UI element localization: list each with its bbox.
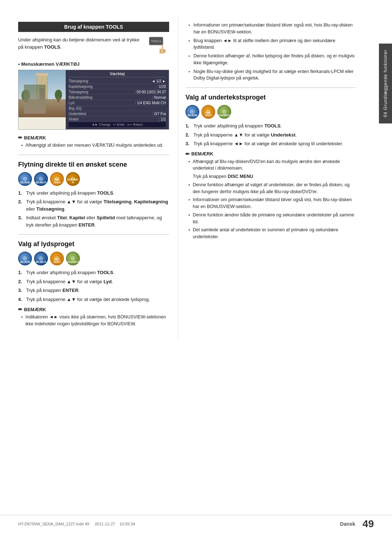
note-undertekst-item-5: Det samlede antal af undertekster er sum…	[188, 227, 356, 240]
tools-intro: Under afspilning kan du betjene diskmenu…	[18, 36, 169, 56]
note-undertekst-item-2: Denne funktion afhænger af valget af und…	[188, 182, 356, 195]
menu-label: • Menuskærmen VÆRKTØJ	[18, 61, 169, 67]
svg-point-13	[40, 86, 45, 90]
tools-title: Brug af knappen TOOLS	[64, 24, 123, 30]
disc-icon-bd-rom: BD-ROM	[18, 172, 32, 186]
footer-date: 2011-12-27	[95, 522, 115, 526]
note-lyd-item: Indikatoren ◄► vises ikke på skærmen, hv…	[21, 314, 169, 328]
undertekst-step-2: 2. Tryk på knapperne ▲▼ for at vælge Und…	[185, 131, 356, 139]
menu-row-undertekst: Undertekst : 0/7 Fra	[69, 111, 166, 117]
footer-file-text: HT-D6750W_SENA_DAN_1227.indd 49	[18, 522, 89, 526]
menu-nav-bar: ◄► Change ↵ Enter ⟵ Return	[69, 122, 166, 127]
tools-title-box: Brug af knappen TOOLS	[18, 22, 169, 32]
right-bullet-2: Brug knappen ◄► til at skifte mellem den…	[188, 37, 356, 51]
note-tools: ✏ BEMÆRK Afhængigt af disken ser menuen …	[18, 135, 169, 149]
lyd-disc-icon-bd-re-r: BD-RE/-R	[34, 252, 48, 265]
undertekst-step-1: 1. Tryk under afspilning på knappen TOOL…	[185, 122, 356, 130]
chapter-tab: 04 Grundlæggende funktioner	[379, 44, 392, 123]
note-undertekst-list-2: Denne funktion afhænger af valget af und…	[185, 182, 356, 240]
lyd-disc-icon-bd-rom: BD-ROM	[18, 252, 32, 265]
menu-panel: Værktøj Titelsøgning ◄ 1/2 ► Kapitelsøgn…	[66, 70, 169, 129]
note-undertekst-title-text: BEMÆRK	[191, 151, 213, 156]
note-undertekst-title: ✏ BEMÆRK	[185, 151, 356, 157]
page-footer: HT-D6750W_SENA_DAN_1227.indd 49 2011-12-…	[0, 515, 392, 530]
note-lyd: ✏ BEMÆRK Indikatoren ◄► vises ikke på sk…	[18, 306, 169, 328]
right-bullet-4: Nogle Blu-ray-diske giver dig mulighed f…	[188, 68, 356, 82]
note-undertekst-list: Afhængigt af Blu-ray-disken/DVD'en kan d…	[185, 158, 356, 172]
menu-screenshot: Værktøj Titelsøgning ◄ 1/2 ► Kapitelsøgn…	[18, 70, 169, 130]
divider-2	[18, 234, 169, 235]
tools-button-image: TOOLS	[147, 36, 169, 56]
tools-intro-text: Under afspilning kan du betjene diskmenu…	[18, 36, 144, 50]
note-undertekst: ✏ BEMÆRK Afhængigt af Blu-ray-disken/DVD…	[185, 151, 356, 240]
lyd-step-4: 4. Tryk på knapperne ▲▼ for at vælge det…	[18, 296, 169, 303]
lyd-step-3: 3. Tryk på knappen ENTER.	[18, 287, 169, 294]
lyd-steps: 1. Tryk under afspilning på knappen TOOL…	[18, 269, 169, 303]
lyd-disc-icon-divx: DivX/MKV/MP4	[66, 252, 80, 265]
footer-file: HT-D6750W_SENA_DAN_1227.indd 49 2011-12-…	[18, 522, 135, 526]
disc-icon-dvd-rw: DVD+RW/-R	[66, 172, 80, 186]
note-tools-list: Afhængigt af disken ser menuen VÆRKTØJ m…	[18, 142, 169, 149]
disc-icon-bd-re-r: BD-RE/-R	[34, 172, 48, 186]
divider-right-1	[185, 88, 356, 88]
svg-rect-6	[164, 49, 166, 53]
svg-rect-15	[25, 97, 27, 103]
menu-row-kapitelsogning: Kapitelsøgning : 1/20	[69, 84, 166, 89]
undertekst-disc-icons: BD-ROM DVD-VIDEO DivX/MKV/MP4	[185, 105, 356, 119]
undertekst-step-3: 3. Tryk på knapperne ◄► for at vælge det…	[185, 140, 356, 147]
menu-row-tidssogning: Tidssøgning : 00:00:13/01:34:37	[69, 89, 166, 95]
lyd-step-1: 1. Tryk under afspilning på knappen TOOL…	[18, 269, 169, 276]
svg-rect-17	[57, 97, 60, 102]
tools-bold: TOOLS	[44, 44, 61, 50]
scene-step-2: 2. Tryk på knapperne ▲▼ for at vælge Tit…	[18, 198, 169, 212]
right-column: Informationer om primær/sekundær tilstan…	[178, 15, 364, 340]
menu-bg-image	[19, 70, 66, 117]
undertekst-disc-icon-divx: DivX/MKV/MP4	[217, 105, 231, 119]
note-lyd-list: Indikatoren ◄► vises ikke på skærmen, hv…	[18, 314, 169, 328]
page: 04 Grundlæggende funktioner Brug af knap…	[0, 0, 392, 537]
svg-point-14	[21, 90, 30, 101]
disc-menu-note: Tryk på knappen DISC MENU.	[185, 173, 356, 180]
scene-step-1: 1. Tryk under afspilning på knappen TOOL…	[18, 190, 169, 197]
undertekst-disc-icon-bd: BD-ROM	[185, 105, 199, 119]
lyd-section-title: Valg af lydsproget	[18, 240, 169, 248]
svg-rect-4	[160, 49, 162, 53]
note-tools-title-text: BEMÆRK	[24, 135, 46, 141]
lyd-step-2: 2. Tryk på knapperne ▲▼ for at vælge Lyd…	[18, 278, 169, 285]
footer-right: Dansk 49	[340, 518, 374, 530]
note-tools-title: ✏ BEMÆRK	[18, 135, 169, 141]
scene-disc-icons: BD-ROM BD-RE/-R DVD-VIDEO DVD+RW/-R	[18, 172, 169, 186]
note-lyd-title: ✏ BEMÆRK	[18, 306, 169, 312]
page-number: 49	[363, 518, 374, 530]
scene-section-title: Flytning direkte til en ønsket scene	[18, 161, 169, 168]
svg-rect-3	[162, 45, 163, 50]
right-bullet-1: Informationer om primær/sekundær tilstan…	[188, 22, 356, 36]
tools-intro-sentence: Under afspilning kan du betjene diskmenu…	[18, 37, 139, 50]
chapter-tab-text: 04 Grundlæggende funktioner	[383, 50, 388, 117]
note-undertekst-item-4: Denne funktion ændrer både de primære og…	[188, 212, 356, 225]
menu-row-billedindstilling: Billedindstilling : Normal	[69, 95, 166, 100]
undertekst-steps: 1. Tryk under afspilning på knappen TOOL…	[185, 122, 356, 147]
right-top-bullets: Informationer om primær/sekundær tilstan…	[185, 22, 356, 82]
right-bullet-3: Denne funktion afhænger af, hvilke lydsp…	[188, 53, 356, 66]
lyd-disc-icons: BD-ROM BD-RE/-R DVD-VIDEO DivX/MKV/MP4	[18, 252, 169, 265]
note-tools-item: Afhængigt af disken ser menuen VÆRKTØJ m…	[21, 142, 169, 149]
menu-row-titelsogning: Titelsøgning ◄ 1/2 ►	[69, 78, 166, 84]
svg-rect-10	[37, 74, 48, 99]
note-undertekst-item-3: Informationer om primær/sekundær tilstan…	[188, 196, 356, 210]
scene-steps: 1. Tryk under afspilning på knappen TOOL…	[18, 190, 169, 229]
left-column: Brug af knappen TOOLS Under afspilning k…	[0, 15, 178, 340]
menu-row-vinkel: Vinkel : 1/1	[69, 117, 166, 122]
scene-step-3: 3. Indtast ønsket Titel, Kapitel eller S…	[18, 214, 169, 228]
menu-panel-title: Værktøj	[69, 72, 166, 77]
page-language: Dansk	[340, 521, 355, 527]
svg-rect-12	[40, 88, 45, 99]
svg-text:TOOLS: TOOLS	[151, 40, 161, 43]
footer-time: 10:05:34	[119, 522, 135, 526]
note-undertekst-item-1: Afhængigt af Blu-ray-disken/DVD'en kan d…	[188, 158, 356, 172]
svg-rect-11	[36, 73, 48, 76]
note-lyd-title-text: BEMÆRK	[24, 307, 46, 312]
menu-row-brgeq: Brg.-EQ	[69, 106, 166, 111]
lyd-disc-icon-dvd-video: DVD-VIDEO	[50, 252, 64, 265]
undertekst-section-title: Valg af undertekstsproget	[185, 94, 356, 101]
